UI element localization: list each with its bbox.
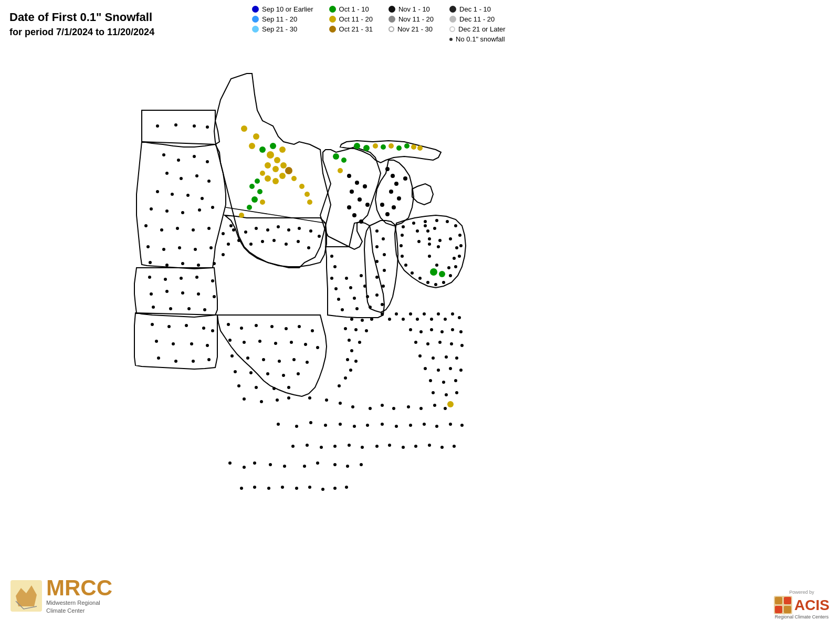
legend-dot-dec21 [449,26,455,32]
data-point [383,269,386,272]
data-point [149,261,152,264]
legend-item-nov21: Nov 21 - 30 [388,25,434,33]
data-point [240,327,243,330]
data-point [423,312,426,316]
data-point [193,155,196,158]
data-point [385,167,390,171]
data-point [455,246,458,249]
data-point [460,344,464,347]
legend-label-sep21: Sep 21 - 30 [262,25,297,33]
data-point [180,177,183,180]
legend-label-sep11: Sep 11 - 20 [262,15,297,23]
data-point [347,205,351,209]
data-point [174,123,177,127]
data-point [298,325,301,328]
data-point [333,463,337,466]
data-point [241,125,247,132]
data-point [449,367,452,370]
legend-dot-dec11 [449,16,456,23]
data-point [207,180,211,183]
data-point [419,407,423,410]
data-point [150,207,153,211]
data-point [307,200,312,205]
data-point [424,220,427,223]
data-point [458,255,461,258]
data-point [304,343,307,346]
mrcc-full-line2: Climate Center [46,607,85,614]
legend-dot-oct11 [329,16,336,23]
legend-label-dec1: Dec 1 - 10 [459,5,491,13]
data-point [277,423,280,426]
data-point [324,424,327,427]
data-point [355,307,359,310]
data-point [211,206,214,209]
legend-dot-sep10 [252,6,259,13]
data-point [416,229,419,233]
data-point [333,445,337,448]
data-point [447,401,454,407]
data-point [411,271,414,275]
data-point [434,283,437,286]
data-point [251,196,258,203]
data-point [440,330,444,333]
data-point [337,298,340,301]
data-point [285,327,288,330]
legend-dot-sep21 [252,26,259,33]
data-point [185,324,188,327]
data-point [308,486,311,489]
mrcc-full-line1: Midwestern Regional [46,600,100,606]
legend-dot-sep11 [252,16,259,23]
data-point [325,398,328,402]
data-point [350,190,354,194]
powered-by-text: Powered by [774,590,830,595]
data-point [381,144,386,150]
data-point [243,397,246,401]
mrcc-abbr: MRCC [46,577,112,599]
data-point [255,324,258,327]
data-point [272,178,279,184]
data-point [295,425,298,428]
data-point [416,318,419,321]
data-point [341,158,346,163]
data-point [249,143,255,149]
data-point [244,230,247,234]
data-point [171,193,174,196]
legend: Sep 10 or Earlier Oct 1 - 10 Nov 1 - 10 … [252,5,506,43]
legend-label-nov1: Nov 1 - 10 [398,5,430,13]
data-point [333,265,337,268]
data-point [255,386,258,389]
data-point [363,184,367,188]
data-point [167,325,171,328]
data-point [414,445,417,448]
data-point [261,240,264,243]
data-point [382,237,385,240]
legend-item-nov11: Nov 11 - 20 [388,15,434,23]
title-line2: for period 7/1/2024 to 11/20/2024 [9,26,154,39]
data-point [234,370,237,373]
data-point [417,240,421,243]
data-point [404,143,410,149]
data-point [401,255,404,258]
data-point [451,312,454,316]
data-point [260,171,265,176]
data-point [437,245,440,248]
data-point [260,200,265,205]
data-point [172,342,175,345]
data-point [197,292,200,296]
data-point [156,190,159,193]
data-point [287,396,290,400]
data-point [345,486,348,489]
data-point [334,287,338,290]
data-point [278,360,281,363]
data-point [237,239,240,242]
legend-dot-oct21 [329,26,336,33]
data-point [447,266,450,269]
data-point [402,225,405,228]
legend-item-oct21: Oct 21 - 31 [329,25,373,33]
data-point [292,358,296,361]
data-point [194,248,197,251]
state-sd [136,142,226,269]
data-point [396,145,402,151]
acis-logo-graphic [774,596,792,614]
data-point [211,279,214,282]
